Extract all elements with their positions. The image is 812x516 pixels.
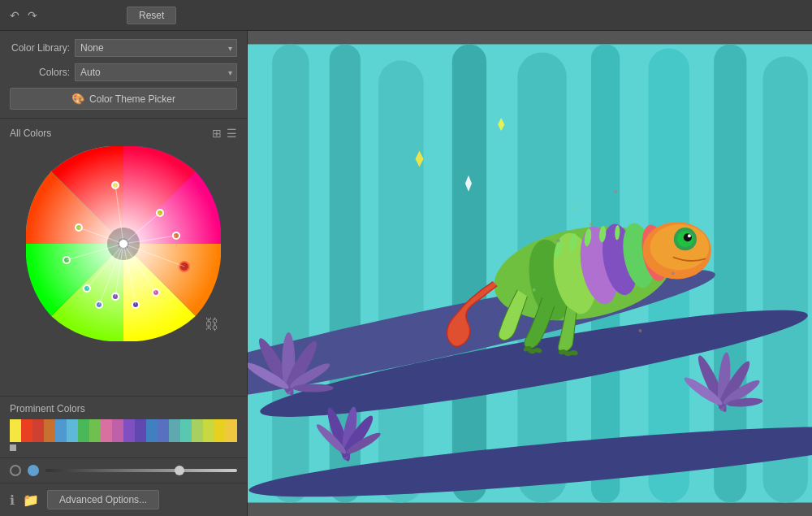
- main-content: Color Library: None Pantone Trumatch Col…: [0, 31, 812, 516]
- color-swatch[interactable]: [21, 419, 32, 442]
- cyan-dot[interactable]: [83, 284, 91, 293]
- svg-point-72: [590, 223, 593, 226]
- color-swatch[interactable]: [89, 419, 101, 442]
- panel-controls: Color Library: None Pantone Trumatch Col…: [0, 31, 247, 119]
- colors-label: Colors:: [10, 67, 75, 78]
- orange-dot[interactable]: [172, 232, 180, 240]
- color-swatch[interactable]: [226, 419, 237, 442]
- chameleon-scene-svg: [248, 31, 812, 516]
- redo-icon[interactable]: ↷: [28, 9, 37, 22]
- header-icons: ⊞ ☰: [212, 127, 237, 140]
- color-swatch[interactable]: [135, 419, 146, 442]
- color-swatch[interactable]: [10, 419, 21, 442]
- color-wheel-section: All Colors ⊞ ☰: [0, 119, 247, 396]
- color-library-select[interactable]: None Pantone Trumatch: [75, 39, 237, 57]
- folder-icon[interactable]: 📁: [23, 492, 39, 508]
- svg-point-63: [684, 233, 692, 241]
- violet-dot[interactable]: [132, 301, 140, 309]
- eyedropper-icon: 🎨: [71, 93, 84, 105]
- grid-view-icon[interactable]: ⊞: [212, 127, 222, 140]
- color-library-select-wrapper: None Pantone Trumatch: [75, 39, 237, 57]
- color-wheel-container: ⛓: [26, 146, 221, 341]
- color-swatch[interactable]: [214, 419, 226, 442]
- right-panel: [248, 31, 812, 516]
- colors-row: Colors: Auto 2 3 4 5: [10, 63, 237, 81]
- purple-dot[interactable]: [111, 293, 119, 301]
- left-panel: Color Library: None Pantone Trumatch Col…: [0, 31, 248, 516]
- color-swatch[interactable]: [146, 419, 158, 442]
- yellow2-dot[interactable]: [156, 209, 164, 217]
- advanced-options-button[interactable]: Advanced Options...: [47, 490, 159, 509]
- color-swatch[interactable]: [112, 419, 123, 442]
- radio-button-1[interactable]: [10, 465, 21, 476]
- svg-point-32: [292, 384, 333, 392]
- radio-button-2[interactable]: [28, 465, 39, 476]
- swatch-indicator: [10, 444, 16, 451]
- blue-dot[interactable]: [95, 301, 103, 309]
- svg-point-73: [557, 239, 560, 242]
- list-view-icon[interactable]: ☰: [227, 127, 237, 140]
- color-theme-picker-label: Color Theme Picker: [89, 93, 175, 105]
- bottom-toolbar: ℹ 📁 Advanced Options...: [0, 483, 247, 516]
- color-swatch[interactable]: [55, 419, 67, 442]
- color-swatch[interactable]: [123, 419, 135, 442]
- svg-point-77: [672, 271, 675, 275]
- color-swatch[interactable]: [78, 419, 89, 442]
- green-yellow-dot[interactable]: [75, 223, 83, 232]
- color-swatch[interactable]: [101, 419, 112, 442]
- color-swatches: [10, 419, 237, 442]
- colors-select-wrapper: Auto 2 3 4 5: [75, 63, 237, 81]
- prominent-colors-section: Prominent Colors: [0, 396, 247, 457]
- svg-point-74: [614, 190, 617, 193]
- color-library-label: Color Library:: [10, 42, 75, 54]
- yellow-dot[interactable]: [111, 181, 119, 189]
- svg-rect-18: [452, 44, 486, 502]
- svg-point-75: [533, 288, 536, 292]
- red-selected-dot[interactable]: [179, 261, 190, 272]
- top-bar: ↶ ↷ Reset: [0, 0, 812, 31]
- color-swatch[interactable]: [32, 419, 44, 442]
- slider-track[interactable]: [45, 469, 237, 472]
- slider-thumb[interactable]: [175, 466, 184, 475]
- pink-dot[interactable]: [152, 288, 160, 297]
- color-swatch[interactable]: [180, 419, 192, 442]
- svg-rect-15: [272, 44, 309, 502]
- color-theme-picker-button[interactable]: 🎨 Color Theme Picker: [10, 88, 237, 110]
- reset-button[interactable]: Reset: [127, 7, 176, 24]
- all-colors-label: All Colors: [10, 128, 51, 139]
- section-header: All Colors ⊞ ☰: [10, 127, 237, 140]
- svg-rect-17: [378, 61, 423, 503]
- color-swatch[interactable]: [44, 419, 55, 442]
- color-swatch[interactable]: [169, 419, 180, 442]
- color-swatch[interactable]: [67, 419, 78, 442]
- color-swatch[interactable]: [192, 419, 203, 442]
- colors-select[interactable]: Auto 2 3 4 5: [75, 63, 237, 81]
- color-swatch[interactable]: [158, 419, 169, 442]
- prominent-colors-title: Prominent Colors: [10, 403, 237, 414]
- svg-point-64: [688, 234, 691, 237]
- color-library-row: Color Library: None Pantone Trumatch: [10, 39, 237, 57]
- slider-row: [10, 465, 237, 476]
- svg-point-71: [573, 206, 577, 210]
- svg-point-76: [638, 329, 641, 332]
- link-icon[interactable]: ⛓: [205, 316, 219, 333]
- info-icon[interactable]: ℹ: [10, 492, 15, 508]
- center-dot[interactable]: [118, 238, 129, 249]
- bottom-controls: [0, 457, 247, 483]
- color-swatch[interactable]: [203, 419, 214, 442]
- undo-icon[interactable]: ↶: [10, 9, 19, 22]
- green-dot[interactable]: [63, 256, 71, 264]
